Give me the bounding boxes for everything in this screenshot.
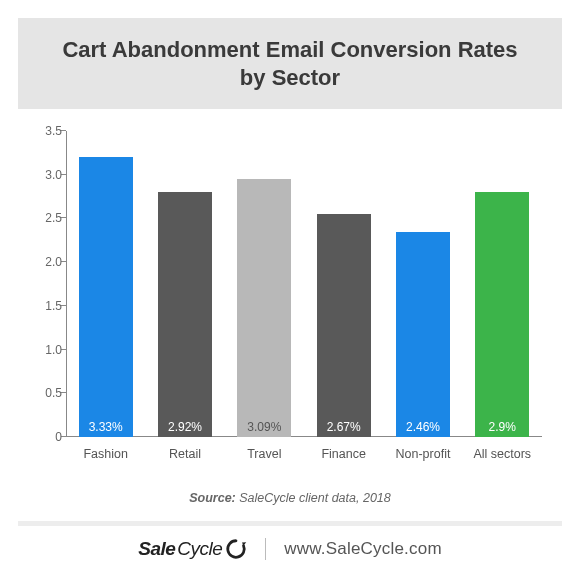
source-text: SaleCycle client data, 2018 [236,491,391,505]
brand-logo: SaleCycle [138,538,247,560]
footer-divider [18,521,562,526]
bar-slot: 2.46%Non-profit [383,131,462,437]
y-tick-label: 0.5 [32,386,62,400]
bars-container: 3.33%Fashion2.92%Retail3.09%Travel2.67%F… [66,131,542,437]
category-label: Retail [169,447,201,461]
bar: 3.33% [79,157,133,437]
chart-area: 3.33%Fashion2.92%Retail3.09%Travel2.67%F… [28,131,552,475]
bar: 2.92% [158,192,212,437]
y-tick-label: 2.5 [32,211,62,225]
bar: 2.46% [396,232,450,437]
y-tick-label: 0 [32,430,62,444]
bar-slot: 2.92%Retail [145,131,224,437]
source-line: Source: SaleCycle client data, 2018 [18,491,562,505]
category-label: Non-profit [396,447,451,461]
y-tick-label: 3.5 [32,124,62,138]
footer: SaleCycle www.SaleCycle.com [18,538,562,564]
brand-url: www.SaleCycle.com [284,539,441,559]
bar-value-label: 2.46% [406,420,440,437]
source-label: Source: [189,491,236,505]
title-box: Cart Abandonment Email Conversion Rates … [18,18,562,109]
bar-value-label: 3.09% [247,420,281,437]
bar-value-label: 3.33% [89,420,123,437]
y-tick-label: 1.0 [32,343,62,357]
chart-title: Cart Abandonment Email Conversion Rates … [48,36,532,91]
footer-separator [265,538,266,560]
bar: 3.09% [237,179,291,437]
category-label: Fashion [83,447,127,461]
category-label: Finance [321,447,365,461]
chart-card: Cart Abandonment Email Conversion Rates … [0,0,580,578]
category-label: All sectors [473,447,531,461]
bar-value-label: 2.67% [327,420,361,437]
bar-value-label: 2.9% [489,420,516,437]
bar-slot: 2.67%Finance [304,131,383,437]
y-tick-label: 3.0 [32,168,62,182]
y-tick-label: 2.0 [32,255,62,269]
category-label: Travel [247,447,281,461]
brand-text-light: Cycle [177,538,222,560]
bar-slot: 3.33%Fashion [66,131,145,437]
cycle-icon [225,538,247,560]
y-tick-label: 1.5 [32,299,62,313]
bar-value-label: 2.92% [168,420,202,437]
bar-slot: 2.9%All sectors [463,131,542,437]
bar: 2.9% [475,192,529,437]
brand-text-bold: Sale [138,538,175,560]
bar-slot: 3.09%Travel [225,131,304,437]
bar: 2.67% [317,214,371,437]
plot-area: 3.33%Fashion2.92%Retail3.09%Travel2.67%F… [66,131,542,437]
